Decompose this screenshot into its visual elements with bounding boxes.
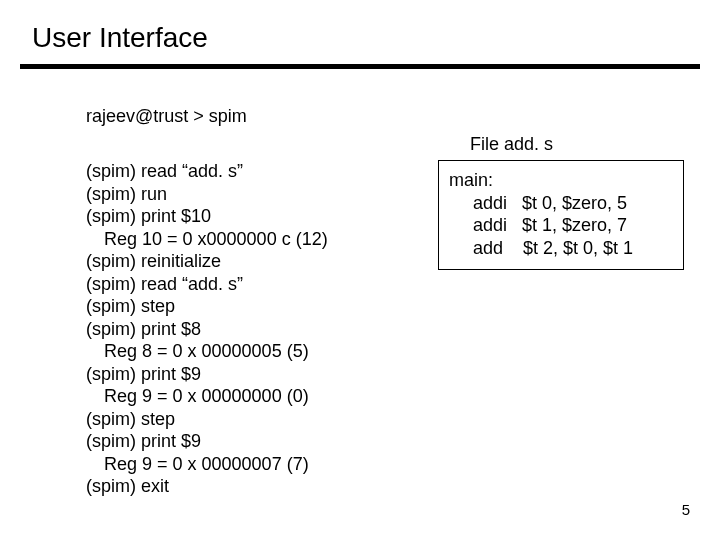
title-underline (20, 64, 700, 69)
transcript-line: (spim) print $9 (86, 430, 328, 453)
asm-line: addi $t 0, $zero, 5 (449, 192, 673, 215)
transcript-line: Reg 8 = 0 x 00000005 (5) (86, 340, 328, 363)
transcript-line: Reg 9 = 0 x 00000000 (0) (86, 385, 328, 408)
transcript-line: (spim) print $10 (86, 205, 328, 228)
transcript-line: (spim) read “add. s” (86, 160, 328, 183)
transcript-line: Reg 10 = 0 x0000000 c (12) (86, 228, 328, 251)
asm-line: addi $t 1, $zero, 7 (449, 214, 673, 237)
shell-prompt: rajeev@trust > spim (86, 106, 247, 127)
transcript-line: (spim) step (86, 408, 328, 431)
transcript-line: (spim) print $9 (86, 363, 328, 386)
slide-title: User Interface (32, 22, 208, 54)
transcript-line: Reg 9 = 0 x 00000007 (7) (86, 453, 328, 476)
transcript-line: (spim) exit (86, 475, 328, 498)
transcript-line: (spim) reinitialize (86, 250, 328, 273)
transcript-line: (spim) run (86, 183, 328, 206)
page-number: 5 (682, 501, 690, 518)
asm-line: add $t 2, $t 0, $t 1 (449, 237, 673, 260)
transcript-line: (spim) print $8 (86, 318, 328, 341)
file-caption: File add. s (470, 134, 553, 155)
transcript-line: (spim) read “add. s” (86, 273, 328, 296)
source-file-box: main: addi $t 0, $zero, 5 addi $t 1, $ze… (438, 160, 684, 270)
spim-transcript: (spim) read “add. s” (spim) run (spim) p… (86, 160, 328, 498)
transcript-line: (spim) step (86, 295, 328, 318)
asm-label: main: (449, 169, 673, 192)
